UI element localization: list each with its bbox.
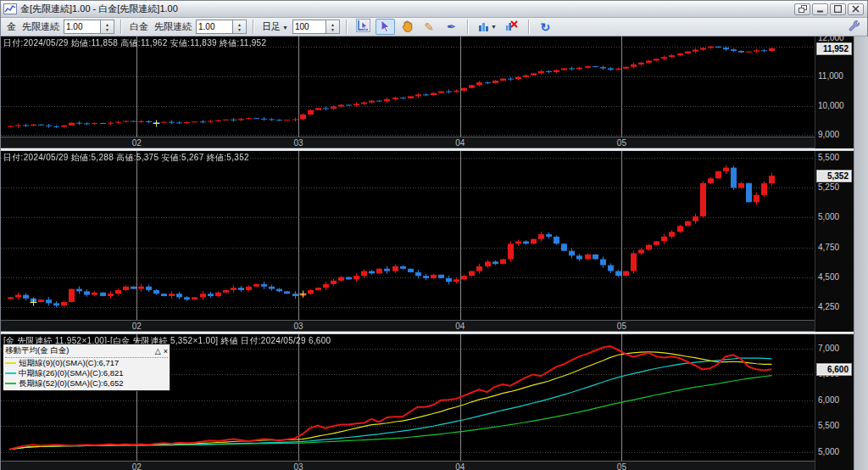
x-tick-label: 04 [455,138,465,148]
platinum-info-line: 日付:2024/05/29 始値:5,288 高値:5,375 安値:5,267… [3,152,249,164]
delete-drawing-tool-button[interactable] [503,19,522,35]
chart-pointer-tool-button[interactable] [353,19,373,35]
current-price-label: 5,352 [816,170,852,182]
legend-collapse-icon[interactable]: △ [155,347,161,355]
y-tick-label: 9,000 [818,130,839,139]
spread-price-axis: 7,0006,5006,0005,5005,0006,600 [815,334,854,470]
legend-row-label: 中期線(26)(0)(SMA)(C):6,821 [19,368,124,378]
bar-count-input[interactable] [292,20,326,34]
toolbar-separator [528,20,530,34]
timeframe-label: 日足 [262,21,281,31]
title-bar: 金[先限連続]1.00 - 白金[先限連続]1.00 [1,1,867,18]
platinum-ratio-spinner[interactable]: ▲▼ [233,20,247,34]
y-tick-label: 11,000 [818,71,843,81]
wrench-icon [848,20,860,34]
x-tick-label: 05 [617,322,626,331]
legend-row-label: 短期線(9)(0)(SMA)(C):6,717 [19,358,119,368]
bar-chart-icon [478,20,489,34]
current-price-label: 11,952 [816,42,852,55]
ma-legend[interactable]: 移動平均(金 白金) △ × 短期線(9)(0)(SMA)(C):6,717中期… [3,344,170,391]
y-tick-label: 5,250 [818,182,839,192]
legend-line-swatch [5,372,16,374]
y-tick-label: 5,000 [818,212,839,221]
gold-symbol-label: 金 [7,20,16,33]
hand-icon [401,20,414,35]
chevron-down-icon: ▼ [282,25,288,31]
y-tick-label: 4,250 [818,302,839,311]
toolbar-separator [467,20,469,34]
legend-row: 長期線(52)(0)(SMA)(C):6,652 [5,378,168,389]
legend-line-swatch [5,383,16,384]
minimize-button[interactable] [812,3,828,15]
window-right-gutter [854,36,868,470]
gold-ratio-input[interactable] [64,20,101,34]
toolbar-separator [120,20,122,34]
gold-chart-panel: 日付:2024/05/29 始値:11,858 高値:11,962 安値:11,… [1,36,854,148]
y-tick-label: 5,500 [818,153,839,162]
x-tick-label: 05 [617,138,626,148]
gold-series-label: 先限連続 [22,20,59,33]
x-tick-label: 04 [455,462,465,470]
legend-close-icon[interactable]: × [164,347,168,355]
select-tool-button[interactable] [376,19,395,35]
app-window: 金[先限連続]1.00 - 白金[先限連続]1.00 金 先限連続 ▲▼ 白金 … [0,0,868,470]
chevron-down-icon: ▼ [491,24,497,30]
pen-tool-button[interactable]: ✒ [442,19,461,35]
platinum-price-axis: 5,5005,2505,0004,7504,5004,2505,352 [815,151,854,332]
maximize-button[interactable] [830,3,846,15]
y-tick-label: 4,750 [818,243,839,252]
gold-ratio-spinner[interactable]: ▲▼ [101,20,114,34]
legend-rows: 短期線(9)(0)(SMA)(C):6,717中期線(26)(0)(SMA)(C… [5,358,168,389]
refresh-icon: ↻ [541,20,551,34]
pan-tool-button[interactable] [398,19,417,35]
y-tick-label: 10,000 [818,101,844,110]
pencil-tool-button[interactable]: ✎ [420,19,439,35]
ma-legend-title: 移動平均(金 白金) [5,345,69,356]
legend-row: 短期線(9)(0)(SMA)(C):6,717 [5,358,168,368]
timeframe-dropdown[interactable]: 日足▼ [262,20,288,33]
x-tick-label: 02 [132,138,142,148]
chart-area: 日付:2024/05/29 始値:11,858 高値:11,962 安値:11,… [1,36,867,469]
gold-price-axis: 11,00010,0009,00012,00011,952 [815,36,854,148]
y-tick-label: 4,500 [818,272,839,282]
platinum-ratio-input[interactable] [196,20,233,34]
platinum-chart-canvas[interactable] [1,151,815,320]
y-tick-label: 5,500 [818,421,839,430]
close-button[interactable] [848,3,864,15]
gold-time-axis: 02030405 [1,137,815,148]
app-icon [3,3,17,14]
y-tick-label: 7,000 [818,344,839,353]
gold-chart-canvas[interactable] [1,36,815,137]
bar-count-spinner[interactable]: ▲▼ [326,20,340,34]
current-price-label: 6,600 [816,363,852,376]
x-tick-label: 02 [132,462,142,470]
window-title: 金[先限連続]1.00 - 白金[先限連続]1.00 [20,3,178,15]
x-tick-label: 03 [293,138,303,148]
cursor-arrow-icon [380,20,391,35]
refresh-button[interactable]: ↻ [536,19,555,35]
delete-chart-icon [505,20,519,34]
float-window-button[interactable] [794,3,810,15]
platinum-time-axis: 02030405 [1,320,815,332]
gold-info-line: 日付:2024/05/29 始値:11,858 高値:11,962 安値:11,… [3,37,266,49]
y-tick-label: 5,000 [818,447,839,456]
window-controls [794,3,865,15]
settings-button[interactable] [843,19,863,35]
chart-type-dropdown-button[interactable]: ▼ [475,19,500,35]
pen-icon: ✒ [447,20,456,33]
y-tick-label: 6,000 [818,395,839,405]
platinum-chart-panel: 日付:2024/05/29 始値:5,288 高値:5,375 安値:5,267… [1,151,854,332]
chart-pointer-icon [356,19,370,35]
x-tick-label: 02 [132,322,142,331]
spread-time-axis: 02030405 [1,461,815,470]
x-tick-label: 04 [455,322,465,331]
legend-line-swatch [5,362,16,364]
toolbar-separator [346,20,348,34]
y-tick-label-cut: 12,000 [818,33,844,42]
platinum-series-label: 先限連続 [154,20,192,33]
x-tick-label: 03 [293,462,303,470]
toolbar: 金 先限連続 ▲▼ 白金 先限連続 ▲▼ 日足▼ ▲▼ ✎ [1,18,867,36]
x-tick-label: 05 [617,462,626,470]
legend-row-label: 長期線(52)(0)(SMA)(C):6,652 [19,378,124,389]
pencil-icon: ✎ [425,20,435,34]
